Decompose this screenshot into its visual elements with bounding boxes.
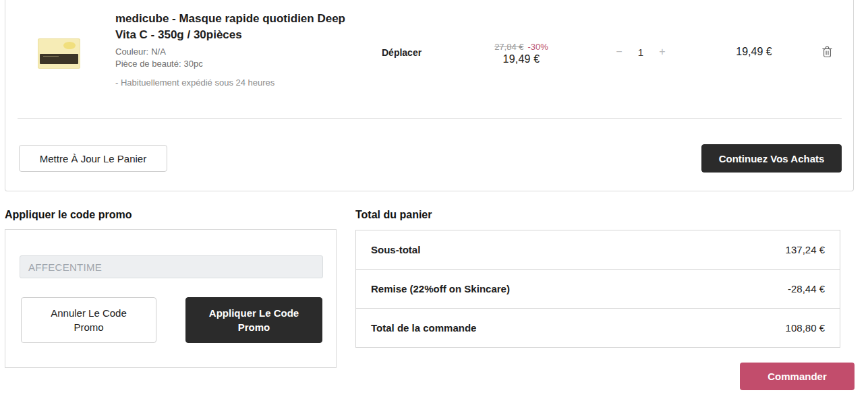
minus-icon[interactable]: − <box>614 46 624 58</box>
order-total-label: Total de la commande <box>371 322 476 334</box>
table-row-discount: Remise (22%off on Skincare) -28,44 € <box>355 269 840 309</box>
totals-table: Sous-total 137,24 € Remise (22%off on Sk… <box>355 230 840 348</box>
product-attributes: Couleur:N/A Pièce de beauté:30pc <box>115 46 203 70</box>
promo-section-heading: Appliquer le code promo <box>5 209 132 221</box>
subtotal-label: Sous-total <box>371 244 420 255</box>
unit-price-block: 27,84 €-30% 19,49 € <box>474 42 569 65</box>
product-title[interactable]: medicube - Masque rapide quotidien Deep … <box>115 11 358 43</box>
subtotal-value: 137,24 € <box>786 244 825 255</box>
trash-icon[interactable] <box>821 45 833 58</box>
promo-panel: Annuler Le Code Promo Appliquer Le Code … <box>5 229 337 368</box>
shipping-note: - Habituellement expédié sous 24 heures <box>115 77 274 88</box>
original-price: 27,84 € <box>494 42 523 52</box>
promo-code-input[interactable] <box>20 255 323 278</box>
order-total-value: 108,80 € <box>786 322 825 334</box>
totals-heading: Total du panier <box>355 209 432 221</box>
discount-badge: -30% <box>528 42 548 52</box>
table-row-order-total: Total de la commande 108,80 € <box>355 308 840 348</box>
attribute-piece: Pièce de beauté:30pc <box>115 58 203 70</box>
discount-label: Remise (22%off on Skincare) <box>371 283 510 294</box>
cart-page: medicube - Masque rapide quotidien Deep … <box>0 0 868 405</box>
line-total: 19,49 € <box>710 46 798 58</box>
attribute-piece-label: Pièce de beauté: <box>115 59 181 69</box>
product-image-label-band <box>40 54 78 64</box>
table-row-subtotal: Sous-total 137,24 € <box>355 230 840 270</box>
attribute-color-value: N/A <box>148 46 166 57</box>
move-item-link[interactable]: Déplacer <box>382 47 422 58</box>
quantity-value[interactable]: 1 <box>637 46 644 58</box>
current-price: 19,49 € <box>474 53 569 65</box>
cart-item-panel: medicube - Masque rapide quotidien Deep … <box>5 0 854 191</box>
product-image-highlight <box>63 42 76 49</box>
attribute-color: Couleur:N/A <box>115 46 203 58</box>
update-cart-button[interactable]: Mettre À Jour Le Panier <box>19 145 167 172</box>
checkout-button[interactable]: Commander <box>740 363 855 390</box>
plus-icon[interactable]: + <box>658 46 667 58</box>
continue-shopping-button[interactable]: Continuez Vos Achats <box>701 144 842 173</box>
attribute-piece-value: 30pc <box>181 59 203 69</box>
apply-promo-button[interactable]: Appliquer Le Code Promo <box>185 297 322 343</box>
attribute-color-label: Couleur: <box>115 46 148 57</box>
cancel-promo-button[interactable]: Annuler Le Code Promo <box>21 297 156 343</box>
quantity-stepper: − 1 + <box>614 46 667 58</box>
discount-value: -28,44 € <box>788 283 825 294</box>
divider <box>18 118 842 119</box>
product-image[interactable] <box>38 38 80 69</box>
